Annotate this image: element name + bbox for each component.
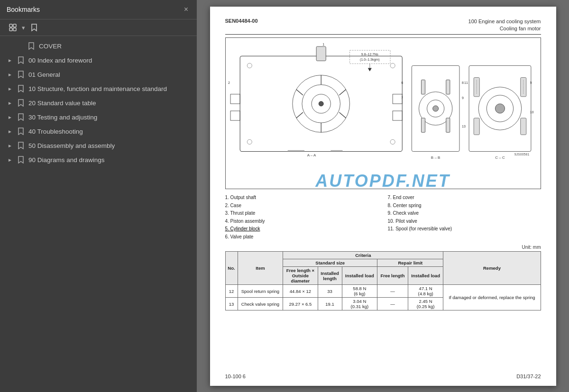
close-button[interactable]: × [182,5,190,14]
bookmark-icon-10 [17,84,25,93]
expand-50[interactable]: ► [7,143,13,148]
doc-section-line2: Cooling fan motor [500,26,541,31]
sidebar-item-10[interactable]: ► 10 Structure, function and maintenance… [0,82,197,96]
sidebar-item-50[interactable]: ► 50 Disassembly and assembly [0,138,197,153]
row13-item: Check valve spring [238,298,283,310]
sidebar-item-30[interactable]: ► 30 Testing and adjusting [0,110,197,124]
sidebar-item-label-90: 90 Diagrams and drawings [28,156,190,164]
part-9: 9. Check valve [388,210,541,218]
svg-point-39 [432,106,438,111]
expand-00[interactable]: ► [7,58,13,63]
sidebar-item-01[interactable]: ► 01 General [0,67,197,82]
svg-rect-54 [474,118,479,135]
svg-line-14 [296,90,303,95]
bookmark-icon-01 [17,70,25,79]
expand-40[interactable]: ► [7,129,13,134]
sidebar-item-label-50: 50 Disassembly and assembly [28,142,190,149]
part-5: 5. Cylinder block [225,225,378,233]
sidebar-item-40[interactable]: ► 40 Troubleshooting [0,124,197,138]
grid-icon [9,23,17,32]
svg-rect-19 [393,111,402,120]
svg-rect-55 [520,118,526,135]
table-row-12: 12 Spool return spring 44.84 × 12 33 58.… [225,285,541,298]
svg-text:9: 9 [462,96,464,100]
doc-ref: SEN04484-00 [225,18,258,24]
footer-right: D31/37-22 [516,374,541,379]
sidebar-item-label-cover: COVER [39,43,190,50]
col-standard-size: Standard size [283,259,377,267]
svg-rect-17 [230,111,240,120]
doc-header: SEN04484-00 100 Engine and cooling syste… [225,18,541,35]
svg-rect-16 [230,94,240,104]
svg-point-22 [247,140,252,145]
doc-footer: 10-100 6 D31/37-22 [225,374,541,379]
col-repair-installed-load: Installed load [408,267,443,285]
col-criteria: Criteria [283,252,443,259]
sidebar-header: Bookmarks × [0,0,197,19]
row12-inst-len: 33 [318,285,342,298]
svg-line-11 [339,112,346,118]
expand-all-button[interactable] [7,22,19,33]
part-7: 7. End cover [388,194,541,202]
svg-text:A – A: A – A [307,153,316,157]
sidebar-item-label-10: 10 Structure, function and maintenance s… [28,85,190,92]
doc-section: 100 Engine and cooling system Cooling fa… [468,18,541,33]
sidebar-item-label-20: 20 Standard value table [28,100,190,107]
col-repair-free-length: Free length [377,267,408,285]
part-2: 2. Case [225,202,378,210]
bookmark-icon-cover [28,42,35,50]
expand-10[interactable]: ► [7,86,13,91]
expand-01[interactable]: ► [7,72,13,77]
svg-text:(1.0–1.3kgm): (1.0–1.3kgm) [360,58,379,62]
col-remedy: Remedy [443,252,541,285]
sidebar-item-20[interactable]: ► 20 Standard value table [0,96,197,110]
svg-text:C – C: C – C [495,155,505,160]
doc-section-line1: 100 Engine and cooling system [468,18,541,24]
expand-20[interactable]: ► [7,100,13,106]
row12-free-od: 44.84 × 12 [283,285,318,298]
sidebar-item-00[interactable]: ► 00 Index and foreword [0,53,197,67]
svg-rect-41 [446,80,450,94]
expand-30[interactable]: ► [7,115,13,120]
part-1: 1. Output shaft [225,194,378,202]
svg-rect-3 [13,28,16,31]
row13-repair-il: 2.45 N(0.25 kg) [408,298,443,310]
svg-point-23 [390,140,395,145]
col-no: No. [225,252,238,285]
part-11: 11. Spool (for reversible valve) [388,225,541,233]
col-free-length: Free length ×Outsidediameter [283,267,318,285]
part-4: 4. Piston assembly [225,218,378,226]
expand-90[interactable]: ► [7,157,13,163]
sidebar-item-label-00: 00 Index and foreword [28,57,190,64]
sidebar-item-cover[interactable]: COVER [0,39,197,53]
row12-inst-load: 58.8 N(6 kg) [342,285,377,298]
diagram-area: 9.8–12.7Ns (1.0–1.3kgm) 1 6 7 2 A – A [225,37,541,189]
col-repair-limit: Repair limit [377,259,443,267]
part-spacer [388,233,541,241]
svg-text:9JS00581: 9JS00581 [514,153,529,156]
row12-repair-fl: — [377,285,408,298]
sidebar-item-label-40: 40 Troubleshooting [28,128,190,135]
bookmark-icon-20 [17,99,25,107]
svg-rect-2 [9,28,12,31]
bookmark-view-button[interactable] [28,22,40,33]
svg-text:8: 8 [462,81,464,84]
row13-inst-len: 19.1 [318,298,342,310]
sidebar: Bookmarks × ▾ COVER [0,0,197,392]
bookmark-icon-40 [17,127,25,136]
footer-left: 10-100 6 [225,374,246,379]
sidebar-item-90[interactable]: ► 90 Diagrams and drawings [0,153,197,167]
row13-no: 13 [225,298,238,310]
svg-text:13: 13 [462,125,466,128]
bookmark-icon-00 [17,56,25,64]
svg-point-8 [319,101,323,106]
svg-text:B – B: B – B [431,155,440,160]
svg-text:2: 2 [228,81,230,84]
bookmark-icon-50 [17,141,25,150]
col-item: Item [238,252,283,285]
row13-free-od: 29.27 × 6.5 [283,298,318,310]
bookmark-icon-30 [17,113,25,121]
part-8: 8. Center spring [388,202,541,210]
bookmark-icon [30,23,38,32]
svg-marker-28 [367,68,371,72]
